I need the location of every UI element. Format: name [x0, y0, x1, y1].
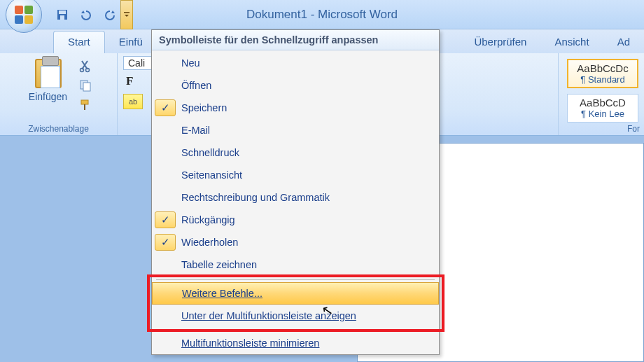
quick-access-toolbar — [55, 7, 118, 22]
qat-menu-title: Symbolleiste für den Schnellzugriff anpa… — [152, 30, 439, 50]
menu-separator — [156, 329, 435, 330]
qat-item-7[interactable]: ✓Rückgängig — [152, 209, 439, 231]
paste-label: Einfügen — [29, 91, 67, 102]
tab-ansicht[interactable]: Ansicht — [540, 32, 603, 53]
group-label-styles: For — [559, 124, 644, 134]
qat-item-9[interactable]: Tabelle zeichnen — [152, 253, 439, 276]
qat-item-4[interactable]: Schnelldruck — [152, 141, 439, 164]
style-sample-text-2: AaBbCcD — [580, 97, 626, 109]
qat-item-1[interactable]: Öffnen — [152, 74, 439, 97]
group-styles: AaBbCcDc ¶ Standard AaBbCcD ¶ Kein Lee F… — [559, 53, 644, 135]
qat-customize-menu: Symbolleiste für den Schnellzugriff anpa… — [151, 29, 440, 355]
qat-item-5[interactable]: Seitenansicht — [152, 164, 439, 186]
copy-icon[interactable] — [78, 78, 92, 92]
check-slot — [155, 256, 176, 273]
qat-item-8[interactable]: ✓Wiederholen — [152, 231, 439, 253]
cut-icon[interactable] — [78, 59, 92, 73]
checkmark-icon: ✓ — [155, 99, 176, 116]
qat-minimize-ribbon[interactable]: Multifunktionsleiste minimieren — [152, 332, 439, 354]
qat-item-2[interactable]: ✓Speichern — [152, 97, 439, 119]
svg-point-4 — [80, 69, 84, 72]
qat-item-6[interactable]: Rechtschreibung und Grammatik — [152, 186, 439, 209]
checkmark-icon: ✓ — [155, 211, 176, 228]
office-logo-icon — [15, 6, 33, 24]
style-name-kein: ¶ Kein Lee — [581, 109, 624, 119]
qat-menu-items: NeuÖffnen✓SpeichernE-MailSchnelldruckSei… — [152, 50, 439, 277]
style-kein-leerraum[interactable]: AaBbCcD ¶ Kein Lee — [567, 94, 638, 123]
tab-ueberpruefen[interactable]: Überprüfen — [460, 32, 540, 53]
menu-separator — [156, 279, 435, 280]
group-label-clipboard: Zwischenablage — [0, 124, 117, 134]
group-clipboard: Einfügen Zwischenablage — [0, 53, 118, 135]
highlight-color-button[interactable]: ab — [123, 94, 143, 109]
check-slot — [155, 144, 176, 161]
qat-more-commands-label: Weitere Befehle... — [182, 288, 262, 299]
qat-item-label: Wiederholen — [181, 237, 238, 248]
qat-item-label: Schnelldruck — [181, 147, 239, 158]
svg-point-5 — [86, 69, 90, 72]
checkmark-icon: ✓ — [155, 234, 176, 251]
svg-rect-8 — [81, 100, 88, 104]
format-painter-icon[interactable] — [78, 98, 92, 112]
check-slot — [155, 122, 176, 139]
clipboard-icon — [35, 59, 62, 88]
svg-rect-9 — [84, 104, 85, 110]
check-slot — [155, 55, 176, 71]
title-bar: Dokument1 - Microsoft Word — [0, 0, 644, 29]
tab-addins[interactable]: Ad — [603, 32, 644, 53]
qat-item-label: Öffnen — [181, 80, 211, 91]
check-slot — [155, 77, 176, 94]
style-standard[interactable]: AaBbCcDc ¶ Standard — [567, 59, 638, 88]
qat-item-label: Rückgängig — [181, 214, 235, 225]
svg-rect-1 — [59, 11, 66, 14]
qat-item-label: E-Mail — [181, 125, 210, 136]
qat-below-ribbon[interactable]: Unter der Multifunktionsleiste anzeigen — [152, 305, 439, 327]
qat-item-0[interactable]: Neu — [152, 52, 439, 74]
bold-button[interactable]: F — [123, 73, 136, 90]
undo-icon[interactable] — [78, 7, 94, 22]
qat-item-label: Seitenansicht — [181, 169, 242, 181]
redo-icon[interactable] — [102, 7, 118, 22]
svg-rect-7 — [83, 83, 90, 91]
qat-item-label: Tabelle zeichnen — [181, 259, 257, 270]
check-slot — [155, 189, 176, 206]
qat-minimize-ribbon-label: Multifunktionsleiste minimieren — [181, 337, 319, 349]
qat-item-label: Neu — [181, 57, 200, 69]
check-slot — [155, 167, 176, 183]
office-button[interactable] — [6, 0, 42, 33]
qat-more-commands[interactable]: Weitere Befehle... — [152, 282, 439, 305]
qat-item-label: Rechtschreibung und Grammatik — [181, 192, 330, 203]
svg-rect-2 — [60, 15, 64, 20]
style-name-standard: ¶ Standard — [580, 74, 624, 85]
paste-button[interactable]: Einfügen — [24, 56, 71, 105]
style-sample-text: AaBbCcDc — [577, 62, 628, 74]
qat-customize-dropdown[interactable] — [120, 0, 133, 29]
qat-item-3[interactable]: E-Mail — [152, 119, 439, 141]
svg-rect-3 — [124, 12, 130, 13]
tab-einfuegen[interactable]: Einfü — [105, 32, 157, 53]
tab-start[interactable]: Start — [53, 31, 105, 53]
qat-item-label: Speichern — [181, 102, 227, 113]
save-icon[interactable] — [55, 7, 70, 22]
